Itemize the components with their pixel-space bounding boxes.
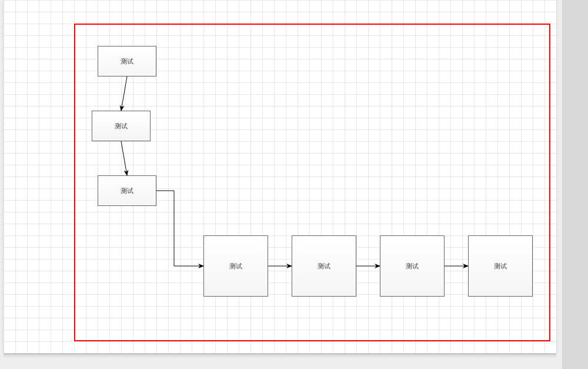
diagram-paper[interactable]: 测试测试测试测试测试测试测试: [4, 0, 556, 353]
flow-node-n6[interactable]: 测试: [380, 235, 445, 297]
flow-node-n5[interactable]: 测试: [292, 235, 356, 297]
properties-panel: [562, 0, 588, 369]
flow-node-label: 测试: [115, 122, 128, 131]
paper-shadow: [4, 353, 556, 358]
flow-node-label: 测试: [121, 57, 133, 66]
flow-node-n7[interactable]: 测试: [468, 235, 533, 297]
flow-node-n4[interactable]: 测试: [203, 235, 268, 297]
flow-node-label: 测试: [406, 262, 419, 271]
flow-node-n1[interactable]: 测试: [98, 46, 156, 77]
flow-node-n3[interactable]: 测试: [98, 175, 156, 206]
flow-node-label: 测试: [494, 262, 507, 271]
flow-node-label: 测试: [121, 187, 133, 195]
flow-node-n2[interactable]: 测试: [92, 111, 151, 141]
flow-node-label: 测试: [229, 262, 242, 271]
diagram-canvas[interactable]: 测试测试测试测试测试测试测试: [0, 0, 562, 369]
flow-node-label: 测试: [318, 262, 330, 271]
